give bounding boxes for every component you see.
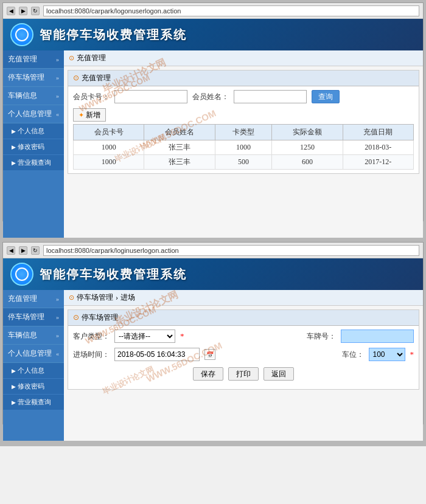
back-btn-1[interactable]: ◀ (7, 7, 15, 15)
forward-btn-1[interactable]: ▶ (19, 7, 27, 15)
sidebar-item-recharge[interactable]: 充值管理 » (3, 50, 64, 69)
cell-date-2: 2017-12- (343, 155, 413, 170)
sidebar2-revenue-label: 营业额查询 (18, 398, 51, 407)
sidebar-1: 充值管理 » 停车场管理 » 车辆信息 » 个人信息管理 « ▶ 个人信息 (3, 50, 64, 238)
save-button[interactable]: 保存 (193, 367, 223, 381)
new-btn-row: ✦ 新增 (73, 108, 414, 122)
calendar-icon[interactable]: 📅 (204, 349, 215, 360)
sidebar-sub-change-pwd[interactable]: ▶ 修改密码 (3, 139, 64, 155)
sidebar-revenue-label: 营业额查询 (18, 158, 51, 167)
print-button[interactable]: 打印 (228, 367, 259, 381)
cell-name-1: 张三丰 (144, 140, 215, 155)
customer-type-select[interactable]: --请选择-- (114, 330, 175, 343)
card-input[interactable] (114, 90, 187, 103)
back-button[interactable]: 返回 (264, 367, 294, 381)
sidebar2-change-pwd-label: 修改密码 (18, 382, 44, 391)
logo-inner-1 (15, 28, 29, 41)
plate-label: 车牌号： (307, 331, 336, 342)
browser-chrome-1: ◀ ▶ ↻ (3, 3, 423, 19)
sidebar-item-parking[interactable]: 停车场管理 » (3, 69, 64, 87)
form-btn-row: 保存 打印 返回 (73, 367, 414, 381)
plate-input[interactable] (341, 330, 414, 343)
recharge-panel-header: ⊙ 充值管理 (68, 71, 419, 86)
parking-panel-body: 客户类型： --请选择-- * 车牌号： 进场时间： 20 (68, 326, 419, 389)
sidebar-sub-personal-info[interactable]: ▶ 个人信息 (3, 123, 64, 139)
required-star-1: * (180, 331, 184, 341)
refresh-btn-2[interactable]: ↻ (31, 246, 40, 255)
breadcrumb-1: ⊙ 充值管理 (64, 50, 423, 66)
new-icon: ✦ (79, 111, 84, 119)
breadcrumb-icon-1: ⊙ (69, 54, 74, 62)
address-bar-1[interactable] (43, 5, 419, 16)
address-bar-2[interactable] (43, 245, 419, 256)
sidebar-item-vehicle[interactable]: 车辆信息 » (3, 87, 64, 105)
col-date: 充值日期 (343, 125, 413, 140)
search-button[interactable]: 查询 (312, 90, 340, 103)
sidebar2-recharge-label: 充值管理 (8, 294, 37, 304)
table-row: 1000 张三丰 500 600 2017-12- (74, 155, 414, 170)
recharge-panel-title: 充值管理 (82, 73, 111, 83)
breadcrumb-2: ⊙ 停车场管理 › 进场 (64, 290, 423, 306)
sidebar-parking-arrow: » (56, 74, 59, 81)
cell-card-no-2: 1000 (74, 155, 144, 170)
cell-amount-2: 600 (272, 155, 343, 170)
sidebar2-vehicle-arrow: » (56, 332, 59, 339)
required-star-2: * (410, 350, 414, 359)
sidebar-vehicle-label: 车辆信息 (8, 91, 37, 101)
name-label: 会员姓名： (192, 92, 229, 102)
logo-inner-2 (15, 268, 29, 281)
sidebar-item-personal[interactable]: 个人信息管理 « (3, 105, 64, 123)
sidebar-personal-label: 个人信息管理 (8, 109, 52, 119)
parking-space-label: 车位： (342, 350, 364, 360)
table-row: 1000 张三丰 1000 1250 2018-03- (74, 140, 414, 155)
col-amount: 实际金额 (272, 125, 343, 140)
breadcrumb-text-2b: 进场 (120, 292, 135, 303)
sidebar2-item-parking[interactable]: 停车场管理 » (3, 308, 64, 326)
sidebar-2: 充值管理 » 停车场管理 » 车辆信息 » 个人信息管理 « ▶ 个人信息 (3, 290, 64, 441)
sidebar2-item-recharge[interactable]: 充值管理 » (3, 290, 64, 308)
sidebar2-item-vehicle[interactable]: 车辆信息 » (3, 326, 64, 345)
name-input[interactable] (234, 90, 307, 103)
refresh-btn-1[interactable]: ↻ (31, 7, 40, 15)
sidebar2-vehicle-label: 车辆信息 (8, 330, 37, 340)
sidebar-sub-revenue[interactable]: ▶ 营业额查询 (3, 155, 64, 171)
form-row-1: 客户类型： --请选择-- * 车牌号： (73, 330, 414, 343)
back-btn-2[interactable]: ◀ (7, 246, 15, 255)
sidebar-recharge-arrow: » (56, 56, 59, 63)
sub-icon-1: ▶ (12, 128, 16, 134)
enter-time-label: 进场时间： (73, 350, 110, 360)
enter-time-input[interactable]: 2018-05-05 16:04:33 (114, 348, 200, 361)
sub2-icon-1: ▶ (12, 368, 16, 374)
sidebar2-personal-label: 个人信息管理 (8, 348, 52, 359)
cell-name-2: 张三丰 (144, 155, 215, 170)
sidebar-personal-arrow: « (56, 111, 59, 117)
cell-type-2: 500 (215, 155, 271, 170)
sidebar-change-pwd-label: 修改密码 (18, 142, 44, 151)
search-row: 会员卡号： 会员姓名： 查询 (73, 90, 414, 103)
sidebar2-sub-personal-info[interactable]: ▶ 个人信息 (3, 363, 64, 379)
sidebar-parking-label: 停车场管理 (8, 72, 44, 83)
new-btn-label: 新增 (86, 110, 100, 120)
card-label: 会员卡号： (73, 92, 110, 102)
app-title-2: 智能停车场收费管理系统 (40, 266, 187, 283)
app-logo-1 (10, 23, 33, 46)
recharge-panel: ⊙ 充值管理 会员卡号： 会员姓名： 查询 (68, 70, 419, 174)
sub-icon-2: ▶ (12, 144, 16, 150)
breadcrumb-sep: › (116, 293, 118, 302)
cell-amount-1: 1250 (272, 140, 343, 155)
sidebar2-item-personal[interactable]: 个人信息管理 « (3, 345, 64, 363)
sidebar2-sub-change-pwd[interactable]: ▶ 修改密码 (3, 379, 64, 395)
forward-btn-2[interactable]: ▶ (19, 246, 27, 255)
panel-header-icon-2: ⊙ (73, 313, 79, 322)
cell-date-1: 2018-03- (343, 140, 413, 155)
customer-type-label: 客户类型： (73, 331, 110, 342)
cell-card-no-1: 1000 (74, 140, 144, 155)
parking-space-select[interactable]: 100 (369, 348, 405, 361)
col-member-name: 会员姓名 (144, 125, 215, 140)
sub2-icon-2: ▶ (12, 384, 16, 390)
form-row-2: 进场时间： 2018-05-05 16:04:33 📅 车位： 100 * (73, 348, 414, 361)
new-button[interactable]: ✦ 新增 (73, 108, 106, 122)
app-header-2: 智能停车场收费管理系统 (3, 258, 423, 290)
sidebar2-parking-label: 停车场管理 (8, 312, 44, 322)
sidebar2-sub-revenue[interactable]: ▶ 营业额查询 (3, 395, 64, 410)
